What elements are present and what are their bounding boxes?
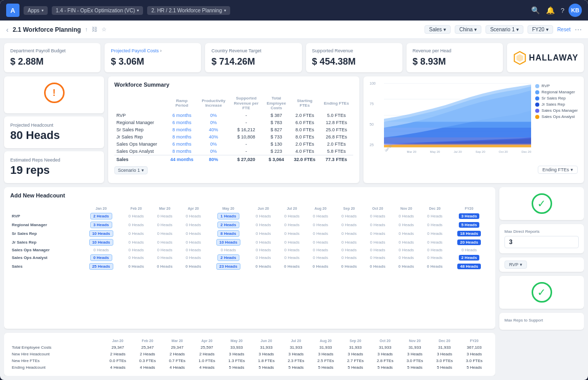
x-label: Oct 20	[499, 150, 508, 153]
apps-menu[interactable]: Apps ▾	[24, 6, 48, 15]
legend-soa: Sales Ops Analyst	[535, 114, 578, 119]
chart-legend: RVP Regional Manager Sr Sales Rep J	[535, 82, 578, 164]
x-label: Dec 20	[521, 150, 531, 153]
max-reps-card: Max Reps to Support	[499, 313, 584, 330]
table-row: Sales Ops Manager	[114, 141, 166, 148]
max-direct-reports-card: Max Direct Reports	[499, 224, 584, 253]
area-chart	[384, 82, 531, 149]
max-direct-reports-input[interactable]	[504, 236, 579, 248]
chevron-down-icon: ▾	[141, 168, 144, 173]
table-row: New Hire Headcount	[10, 351, 103, 357]
share-icon[interactable]: ↑	[85, 26, 88, 33]
reset-button[interactable]: Reset	[557, 27, 571, 32]
x-label: Jul 20	[454, 150, 462, 153]
chevron-down-icon: ▾	[571, 167, 573, 172]
table-row: RVP	[114, 112, 166, 119]
x-label: May 20	[430, 150, 440, 153]
kpi-revenue-per-head: Revenue per Head $ 8.93M	[407, 43, 503, 72]
add-headcount-card: Add New Headcount Jan 20 Feb 20 Mar 20 A…	[4, 187, 495, 329]
workforce-summary-card: Workforce Summary RampPeriod Productivit…	[108, 76, 359, 183]
more-button[interactable]: ⋯	[575, 26, 582, 34]
table-row: Sales	[10, 262, 80, 271]
y-label-100: 100	[370, 82, 376, 85]
check-card-2: ✓	[499, 276, 584, 309]
table-row: Regional Manager	[114, 119, 166, 126]
y-label-25: 25	[370, 143, 376, 147]
warning-card: !	[4, 76, 104, 113]
svg-marker-1	[516, 54, 523, 62]
hallaway-hex-icon	[513, 51, 527, 65]
table-row: Total Employee Costs	[10, 344, 103, 351]
breadcrumb1-menu[interactable]: 1.4 - FIN - OpEx Optimization (VC) ▾	[52, 6, 143, 15]
ending-ftes-dropdown[interactable]: Ending FTEs ▾	[538, 166, 578, 174]
scenario-dropdown[interactable]: Scenario 1 ▾	[114, 166, 148, 174]
company-logo: HALLAWAY	[507, 43, 584, 72]
back-button[interactable]: ‹	[6, 26, 9, 34]
link-icon[interactable]: ⛓	[92, 26, 97, 33]
warning-icon: !	[44, 83, 65, 103]
legend-dot	[535, 109, 539, 113]
legend-rm: Regional Manager	[535, 90, 578, 94]
legend-dot	[535, 84, 539, 88]
x-label: Mar 20	[407, 150, 417, 153]
search-icon[interactable]: 🔍	[531, 6, 540, 14]
kpi-row: Department Payroll Budget $ 2.88M Projec…	[4, 43, 584, 72]
star-icon[interactable]: ☆	[102, 26, 107, 33]
table-row: New Hire FTEs	[10, 357, 103, 364]
workforce-table: RampPeriod ProductivityIncrease Supporte…	[114, 95, 353, 163]
user-avatar[interactable]: KB	[569, 4, 582, 17]
kpi-supported-revenue: Supported Revenue $ 454.38M	[306, 43, 402, 72]
legend-rvp: RVP	[535, 84, 578, 88]
check-card-1: ✓	[499, 187, 584, 220]
table-row: Sales Ops Manager	[10, 247, 80, 253]
svg-marker-12	[384, 85, 531, 122]
chevron-icon: ▾	[474, 27, 477, 32]
bell-icon[interactable]: 🔔	[546, 6, 555, 14]
chevron-down-icon: ▾	[42, 8, 44, 13]
kpi-revenue-target: Country Revenue Target $ 714.26M	[205, 43, 301, 72]
sub-nav: ‹ 2.1 Workforce Planning ↑ ⛓ ☆ Sales ▾ C…	[0, 21, 588, 39]
legend-jr: Jr Sales Rep	[535, 102, 578, 107]
table-row: Ending Headcount	[10, 364, 103, 371]
help-icon[interactable]: ?	[561, 7, 564, 14]
legend-som: Sales Ops Manager	[535, 108, 578, 113]
table-row: RVP	[10, 212, 80, 221]
estimated-reps-card: Estimated Reps Needed 19 reps	[4, 151, 104, 183]
y-label-50: 50	[370, 123, 376, 126]
chevron-down-icon: ▾	[520, 262, 522, 267]
chart-card: 100 75 50 25	[363, 76, 584, 183]
check-icon-1: ✓	[532, 193, 552, 214]
legend-dot	[535, 115, 539, 119]
legend-sr: Sr Sales Rep	[535, 96, 578, 101]
scenario-filter[interactable]: Scenario 1 ▾	[485, 25, 523, 34]
table-row: Sales	[114, 155, 166, 163]
headcount-table: Jan 20 Feb 20 Mar 20 Apr 20 May 20 Jun 2…	[10, 206, 489, 271]
projected-headcount-card: Projected Headcount 80 Heads	[4, 116, 104, 148]
breadcrumb2-menu[interactable]: 2. HR / 2.1 Workforce Planning ▾	[147, 6, 230, 15]
company-name: HALLAWAY	[529, 53, 578, 63]
chevron-icon: ▾	[443, 27, 446, 32]
rvp-dropdown[interactable]: RVP ▾	[504, 261, 527, 269]
china-filter[interactable]: China ▾	[455, 25, 481, 34]
table-row: Sr Sales Rep	[114, 126, 166, 133]
legend-dot	[535, 90, 539, 94]
payroll-costs-link[interactable]: Projected Payroll Costs	[111, 48, 159, 53]
table-row: Sales Ops Analyst	[10, 253, 80, 262]
legend-dot	[535, 96, 539, 101]
kpi-payroll-costs: Projected Payroll Costs › $ 3.06M	[105, 43, 201, 72]
kpi-payroll-budget: Department Payroll Budget $ 2.88M	[4, 43, 100, 72]
nav-icons: 🔍 🔔 ?	[531, 6, 564, 14]
table-row: Jr Sales Rep	[114, 133, 166, 141]
table-row: Sales Ops Analyst	[114, 148, 166, 155]
page-title: 2.1 Workforce Planning	[13, 26, 81, 33]
table-row: Jr Sales Rep	[10, 238, 80, 247]
fy-filter[interactable]: FY20 ▾	[528, 25, 553, 34]
legend-dot	[535, 103, 539, 107]
rvp-selector-card: RVP ▾	[499, 257, 584, 272]
sales-filter[interactable]: Sales ▾	[424, 25, 451, 34]
x-label: Sep 20	[475, 150, 485, 153]
chevron-down-icon: ▾	[137, 8, 139, 13]
check-icon-2: ✓	[532, 282, 552, 303]
app-logo[interactable]: A	[6, 4, 19, 17]
table-row: Regional Manager	[10, 221, 80, 229]
